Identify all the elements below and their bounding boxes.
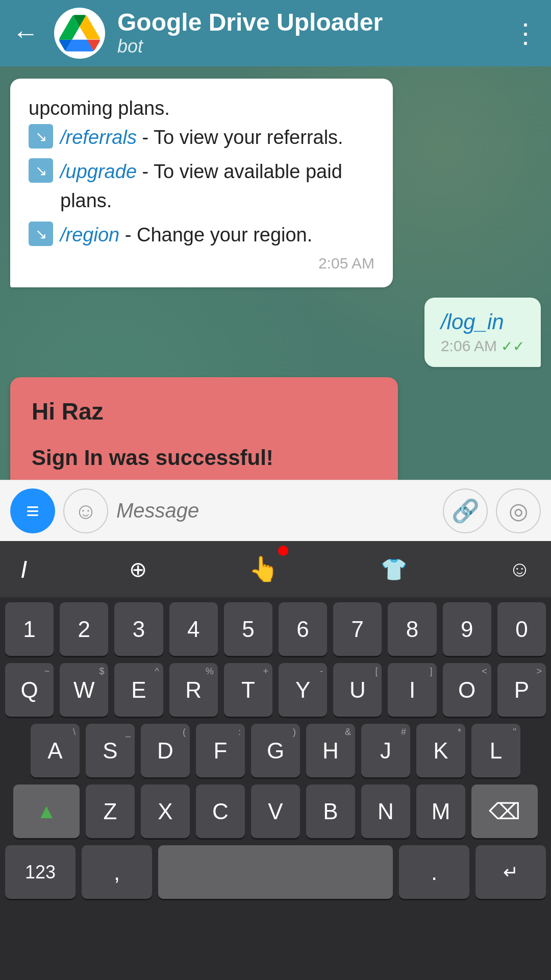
- gesture-tool-button[interactable]: 👆: [243, 550, 284, 589]
- chat-area: upcoming plans. /referrals - To view you…: [0, 66, 551, 480]
- message-input-wrap[interactable]: [116, 499, 435, 522]
- key-8[interactable]: 8: [388, 602, 436, 656]
- keyboard-rows: 1 2 3 4 5 6 7 8 9 0 ~Q $W ^E %R +T -Y [U…: [0, 597, 551, 838]
- menu-button[interactable]: ≡: [10, 488, 55, 533]
- bot-message-timestamp: 2:05 AM: [29, 255, 374, 272]
- emoji-icon: ☺: [74, 498, 97, 524]
- key-y[interactable]: -Y: [279, 663, 327, 717]
- key-period[interactable]: .: [399, 845, 469, 899]
- key-enter[interactable]: ↵: [475, 845, 546, 899]
- shirt-tool-button[interactable]: 👕: [375, 552, 412, 587]
- region-link[interactable]: /region: [60, 224, 119, 246]
- user-message-text: /log_in: [441, 310, 504, 334]
- keyboard-toolbar: I ⊕ 👆 👕 ☺: [0, 541, 551, 597]
- emoji-tool-button[interactable]: ☺: [504, 552, 536, 586]
- key-e[interactable]: ^E: [114, 663, 163, 717]
- key-j[interactable]: #J: [361, 724, 410, 777]
- user-message-wrap: /log_in 2:06 AM ✓✓: [10, 298, 541, 367]
- bot-message-commands: upcoming plans. /referrals - To view you…: [10, 79, 393, 287]
- key-2[interactable]: 2: [60, 602, 108, 656]
- referrals-link[interactable]: /referrals: [60, 127, 137, 148]
- command-referrals-text: /referrals - To view your referrals.: [60, 123, 343, 152]
- emoji-button[interactable]: ☺: [63, 488, 108, 533]
- key-w[interactable]: $W: [60, 663, 108, 717]
- key-space[interactable]: [158, 845, 393, 899]
- success-message-bubble: Hi Raz Sign In was successful! You've su…: [10, 377, 398, 480]
- key-h[interactable]: &H: [306, 724, 355, 777]
- header-subtitle: bot: [117, 36, 512, 57]
- record-indicator: [278, 546, 288, 556]
- key-c[interactable]: C: [196, 785, 245, 838]
- camera-icon: ◎: [509, 498, 528, 524]
- asdf-row: \A _S (D :F )G &H #J *K "L: [5, 724, 546, 777]
- key-6[interactable]: 6: [279, 602, 327, 656]
- key-p[interactable]: >P: [497, 663, 546, 717]
- message-input[interactable]: [116, 499, 435, 522]
- header-title: Google Drive Uploader: [117, 9, 512, 36]
- font-tool-button[interactable]: I: [15, 550, 32, 589]
- avatar: [54, 8, 105, 59]
- key-t[interactable]: +T: [224, 663, 272, 717]
- key-i[interactable]: ]I: [388, 663, 436, 717]
- key-d[interactable]: (D: [141, 724, 190, 777]
- key-n[interactable]: N: [361, 785, 410, 838]
- key-g[interactable]: )G: [251, 724, 300, 777]
- key-x[interactable]: X: [141, 785, 190, 838]
- key-3[interactable]: 3: [114, 602, 163, 656]
- key-o[interactable]: <O: [443, 663, 491, 717]
- key-a[interactable]: \A: [31, 724, 80, 777]
- camera-button[interactable]: ◎: [496, 488, 541, 533]
- keyboard-bottom-row: 123 , . ↵: [0, 845, 551, 904]
- key-123[interactable]: 123: [5, 845, 76, 899]
- key-q[interactable]: ~Q: [5, 663, 54, 717]
- shift-icon: ▲: [36, 800, 57, 823]
- keyboard: I ⊕ 👆 👕 ☺ 1 2 3 4 5 6 7 8 9 0 ~Q $W ^E %…: [0, 541, 551, 980]
- key-v[interactable]: V: [251, 785, 300, 838]
- attach-button[interactable]: 🔗: [443, 488, 488, 533]
- bot-message-intro: upcoming plans.: [29, 94, 374, 123]
- command-referrals-row: /referrals - To view your referrals.: [29, 123, 374, 152]
- header-menu-button[interactable]: ⋮: [512, 18, 539, 48]
- globe-tool-button[interactable]: ⊕: [124, 552, 152, 587]
- command-upgrade-text: /upgrade - To view available paid plans.: [60, 157, 374, 215]
- key-z[interactable]: Z: [86, 785, 135, 838]
- zxcv-row: ▲ Z X C V B N M ⌫: [5, 785, 546, 838]
- command-upgrade-row: /upgrade - To view available paid plans.: [29, 157, 374, 215]
- menu-icon: ≡: [26, 498, 39, 524]
- message-bar: ≡ ☺ 🔗 ◎: [0, 480, 551, 541]
- key-0[interactable]: 0: [497, 602, 546, 656]
- key-s[interactable]: _S: [86, 724, 135, 777]
- user-message-content: /log_in: [441, 310, 524, 334]
- key-m[interactable]: M: [416, 785, 465, 838]
- key-1[interactable]: 1: [5, 602, 54, 656]
- command-region-text: /region - Change your region.: [60, 220, 312, 250]
- key-b[interactable]: B: [306, 785, 355, 838]
- success-greeting: Hi Raz: [32, 398, 377, 425]
- success-sign-in: Sign In was successful!: [32, 442, 377, 474]
- qwerty-row: ~Q $W ^E %R +T -Y [U ]I <O >P: [5, 663, 546, 717]
- upgrade-link[interactable]: /upgrade: [60, 161, 137, 182]
- key-l[interactable]: "L: [471, 724, 520, 777]
- attach-icon: 🔗: [452, 498, 480, 524]
- backspace-key[interactable]: ⌫: [471, 785, 538, 838]
- key-9[interactable]: 9: [443, 602, 491, 656]
- cmd-icon-referrals: [29, 124, 53, 149]
- read-receipt-icon: ✓✓: [501, 338, 524, 355]
- number-row: 1 2 3 4 5 6 7 8 9 0: [5, 602, 546, 656]
- key-7[interactable]: 7: [333, 602, 382, 656]
- shift-key[interactable]: ▲: [13, 785, 80, 838]
- key-comma[interactable]: ,: [82, 845, 152, 899]
- key-f[interactable]: :F: [196, 724, 245, 777]
- cmd-icon-region: [29, 222, 53, 246]
- key-5[interactable]: 5: [224, 602, 272, 656]
- back-button[interactable]: ←: [12, 18, 39, 48]
- key-4[interactable]: 4: [169, 602, 218, 656]
- header-info: Google Drive Uploader bot: [117, 9, 512, 58]
- key-u[interactable]: [U: [333, 663, 382, 717]
- user-message-bubble: /log_in 2:06 AM ✓✓: [424, 298, 541, 367]
- command-region-row: /region - Change your region.: [29, 220, 374, 250]
- user-message-timestamp: 2:06 AM ✓✓: [441, 337, 524, 355]
- header: ← Google Drive Uploader bot ⋮: [0, 0, 551, 66]
- key-k[interactable]: *K: [416, 724, 465, 777]
- key-r[interactable]: %R: [169, 663, 218, 717]
